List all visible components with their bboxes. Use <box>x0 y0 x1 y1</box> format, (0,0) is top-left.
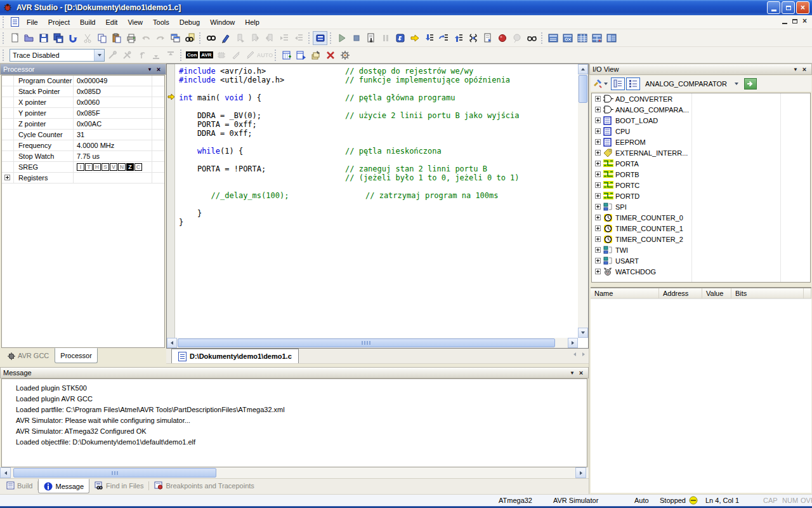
tree-item[interactable]: WATCHDOG <box>592 266 810 277</box>
vscroll-thumb[interactable] <box>579 75 587 103</box>
save-icon[interactable] <box>36 31 51 45</box>
toggle-breakpoint-icon[interactable] <box>495 31 509 45</box>
io-go-icon[interactable] <box>744 78 757 90</box>
expand-icon[interactable] <box>595 182 601 188</box>
expand-icon[interactable] <box>595 150 601 156</box>
paste-icon[interactable] <box>109 31 124 45</box>
hscroll-thumb[interactable] <box>178 338 555 347</box>
io-table-body[interactable] <box>591 298 811 493</box>
tree-item[interactable]: SPI <box>592 201 810 212</box>
tab-breakpoints[interactable]: Breakpoints and Tracepoints <box>149 479 259 492</box>
register-window-icon[interactable] <box>589 31 604 45</box>
tree-item[interactable]: TWI <box>592 244 810 255</box>
tab-message[interactable]: Message <box>38 479 89 493</box>
message-log[interactable]: Loaded plugin STK500 Loaded plugin AVR G… <box>1 378 587 467</box>
scroll-left-icon[interactable] <box>0 467 11 478</box>
processor-row[interactable]: Stack Pointer0x085D <box>2 86 164 97</box>
close-icon[interactable]: × <box>154 65 163 74</box>
bookmark-toggle-icon[interactable] <box>233 31 247 45</box>
menu-debug[interactable]: Debug <box>174 17 205 28</box>
scroll-down-icon[interactable] <box>578 328 588 338</box>
erase-icon[interactable] <box>228 48 243 62</box>
menu-tools[interactable]: Tools <box>148 17 174 28</box>
scroll-right-icon[interactable] <box>568 338 578 348</box>
auto-mode-icon[interactable]: AUTO <box>258 48 272 62</box>
code-content[interactable]: #include <avr/io.h>// dostęp do rejestró… <box>167 67 578 338</box>
processor-row[interactable]: Cycle Counter31 <box>2 130 164 140</box>
cut-icon[interactable] <box>80 31 95 45</box>
tree-item[interactable]: PORTB <box>592 169 810 180</box>
memory-window-icon[interactable] <box>575 31 589 45</box>
sreg-flag-c[interactable]: C <box>134 163 142 171</box>
verify-icon[interactable] <box>243 48 258 62</box>
sreg-flag-i[interactable]: I <box>77 163 84 171</box>
io-register-combobox[interactable]: ANALOG_COMPARATOR <box>643 77 742 90</box>
registers-row[interactable]: Registers <box>2 173 164 184</box>
marker-icon[interactable] <box>218 31 233 45</box>
expand-icon[interactable] <box>595 215 601 220</box>
trace-down-icon[interactable] <box>148 48 163 62</box>
code-editor[interactable]: #include <avr/io.h>// dostęp do rejestró… <box>166 64 589 349</box>
pause-icon[interactable] <box>378 31 393 45</box>
expand-icon[interactable] <box>595 258 601 264</box>
bookmark-next-icon[interactable] <box>247 31 262 45</box>
menu-project[interactable]: Project <box>43 17 75 28</box>
reset-icon[interactable] <box>393 31 407 45</box>
scroll-right-icon[interactable] <box>575 467 586 478</box>
io-refresh-icon[interactable] <box>591 77 610 91</box>
tab-build[interactable]: Build <box>1 479 37 492</box>
sreg-row[interactable]: SREG I T H S V N Z C <box>2 162 164 173</box>
expand-icon[interactable] <box>595 171 601 177</box>
tree-item[interactable]: CPU <box>592 126 810 137</box>
close-icon[interactable]: × <box>577 369 586 377</box>
sreg-flag-n[interactable]: N <box>118 163 126 171</box>
io-tree-view-icon[interactable] <box>611 77 625 90</box>
program-device-icon[interactable] <box>308 48 323 62</box>
io-list-view-icon[interactable] <box>626 77 640 90</box>
outdent-icon[interactable] <box>291 31 306 45</box>
clean-icon[interactable] <box>323 48 337 62</box>
chevron-down-icon[interactable] <box>731 78 742 90</box>
reload-icon[interactable] <box>65 31 80 45</box>
indent-icon[interactable] <box>277 31 291 45</box>
processor-row[interactable]: Frequency4.0000 MHz <box>2 140 164 151</box>
expand-icon[interactable] <box>4 175 10 180</box>
expand-icon[interactable] <box>595 117 601 123</box>
step-out-icon[interactable] <box>451 31 466 45</box>
trace-jump-icon[interactable] <box>134 48 148 62</box>
avr-programmer-icon[interactable]: AVR <box>199 48 214 62</box>
trace-combobox[interactable]: Trace Disabled <box>10 49 105 62</box>
remove-breakpoints-icon[interactable] <box>509 31 524 45</box>
tree-item[interactable]: EXTERNAL_INTERR... <box>592 147 810 158</box>
tab-avr-gcc[interactable]: AVR GCC <box>1 349 55 363</box>
new-file-icon[interactable] <box>7 31 22 45</box>
avr-target-icon[interactable] <box>313 31 327 45</box>
editor-hscrollbar[interactable] <box>167 338 578 348</box>
menu-help[interactable]: Help <box>240 17 265 28</box>
print-icon[interactable] <box>124 31 138 45</box>
trace-up-icon[interactable] <box>163 48 178 62</box>
menu-window[interactable]: Window <box>205 17 240 28</box>
expand-icon[interactable] <box>595 236 601 242</box>
tree-item[interactable]: TIMER_COUNTER_2 <box>592 234 810 244</box>
save-all-icon[interactable] <box>51 31 65 45</box>
run-icon[interactable] <box>334 31 349 45</box>
tab-processor[interactable]: Processor <box>55 348 98 363</box>
scroll-left-icon[interactable] <box>167 338 177 348</box>
tree-item[interactable]: PORTA <box>592 158 810 169</box>
editor-vscrollbar[interactable] <box>578 64 588 338</box>
sreg-flag-t[interactable]: T <box>85 163 93 171</box>
file-tab[interactable]: D:\Dokumenty\demo1\demo1.c <box>171 349 299 363</box>
tab-scroll-left-icon[interactable] <box>573 352 576 356</box>
quick-watch-icon[interactable] <box>524 31 539 45</box>
sreg-flag-v[interactable]: V <box>110 163 117 171</box>
chevron-down-icon[interactable]: ▼ <box>145 65 154 74</box>
tree-item[interactable]: AD_CONVERTER <box>592 93 810 104</box>
expand-icon[interactable] <box>595 193 601 199</box>
expand-icon[interactable] <box>595 96 601 102</box>
copy-icon[interactable] <box>95 31 109 45</box>
tree-item[interactable]: PORTD <box>592 190 810 201</box>
message-hscrollbar[interactable] <box>0 467 589 478</box>
scroll-up-icon[interactable] <box>578 64 588 74</box>
chevron-down-icon[interactable]: ▼ <box>568 369 577 377</box>
